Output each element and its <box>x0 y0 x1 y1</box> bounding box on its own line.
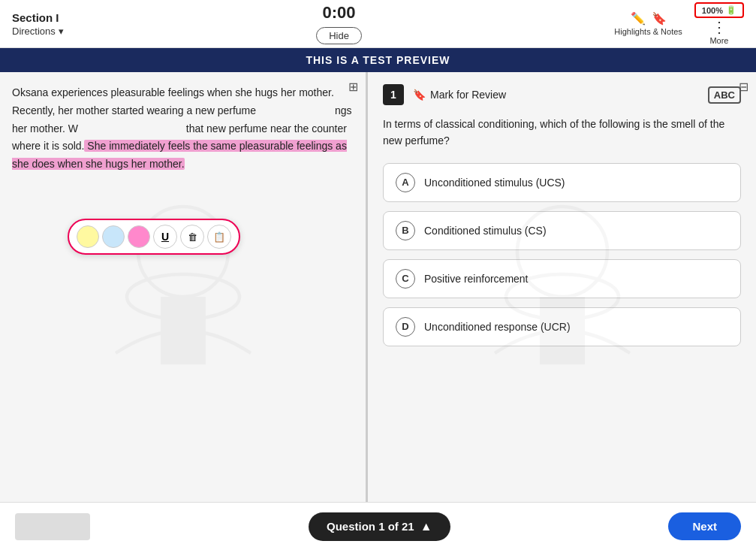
header-center: 0:00 Hide <box>316 3 362 44</box>
svg-point-2 <box>127 274 239 319</box>
chevron-up-icon: ▲ <box>420 520 432 533</box>
color-pink-button[interactable] <box>128 225 150 248</box>
battery-indicator: 100% 🔋 <box>694 2 744 18</box>
more-label: More <box>709 36 728 45</box>
header-right: ✏️ 🔖 Highlights & Notes 100% 🔋 ⋮ More <box>614 2 744 45</box>
passage-text: Oksana experiences pleasurable feelings … <box>12 84 354 174</box>
option-b-circle: B <box>396 221 415 240</box>
bookmark-icon-header: 🔖 <box>652 11 667 26</box>
color-blue-button[interactable] <box>102 225 125 248</box>
hide-button[interactable]: Hide <box>316 27 362 44</box>
directions-button[interactable]: Directions ▾ <box>12 26 64 37</box>
option-d[interactable]: D Unconditioned response (UCR) <box>383 307 741 346</box>
question-text: In terms of classical conditioning, whic… <box>383 116 741 150</box>
question-number-badge: 1 <box>383 84 404 105</box>
next-button[interactable]: Next <box>668 512 741 540</box>
delete-highlight-button[interactable]: 🗑 <box>180 225 204 249</box>
option-b-text: Conditioned stimulus (CS) <box>424 225 547 237</box>
main-content: ⊞ U 🗑 📋 Oksana experiences pleasurable f… <box>0 72 756 502</box>
directions-label: Directions <box>12 26 56 37</box>
highlights-notes-button[interactable]: ✏️ 🔖 Highlights & Notes <box>614 11 682 36</box>
option-d-circle: D <box>396 317 415 337</box>
option-c[interactable]: C Positive reinforcement <box>383 259 741 298</box>
color-yellow-button[interactable] <box>77 225 99 248</box>
chevron-down-icon: ▾ <box>59 26 64 37</box>
question-indicator-button[interactable]: Question 1 of 21 ▲ <box>309 512 450 541</box>
note-button[interactable]: 📋 <box>207 225 231 249</box>
mark-review-label: Mark for Review <box>430 89 506 101</box>
right-panel: ⊟ 1 🔖 Mark for Review ABC In terms of cl… <box>368 72 756 502</box>
header: Section I Directions ▾ 0:00 Hide ✏️ 🔖 Hi… <box>0 0 756 48</box>
footer-placeholder <box>15 513 90 540</box>
battery-percent: 100% <box>702 6 723 15</box>
option-a-circle: A <box>396 173 415 192</box>
question-header: 1 🔖 Mark for Review ABC <box>383 84 741 105</box>
abc-badge: ABC <box>708 86 741 104</box>
option-a[interactable]: A Unconditioned stimulus (UCS) <box>383 163 741 202</box>
timer-display: 0:00 <box>323 3 356 23</box>
header-left: Section I Directions ▾ <box>12 11 64 37</box>
option-d-text: Unconditioned response (UCR) <box>424 321 571 333</box>
svg-rect-1 <box>161 297 206 364</box>
preview-banner: THIS IS A TEST PREVIEW <box>0 48 756 72</box>
preview-banner-text: THIS IS A TEST PREVIEW <box>306 54 450 66</box>
bookmark-icon-question: 🔖 <box>413 89 426 101</box>
option-a-text: Unconditioned stimulus (UCS) <box>424 177 565 189</box>
expand-right-icon[interactable]: ⊟ <box>739 80 748 94</box>
option-c-circle: C <box>396 269 415 289</box>
option-c-text: Positive reinforcement <box>424 273 529 285</box>
more-dots-icon: ⋮ <box>712 20 727 35</box>
watermark <box>71 173 296 401</box>
pencil-icon: ✏️ <box>631 11 646 26</box>
option-b[interactable]: B Conditioned stimulus (CS) <box>383 211 741 250</box>
footer: Question 1 of 21 ▲ Next <box>0 502 756 550</box>
more-button[interactable]: 100% 🔋 ⋮ More <box>694 2 744 45</box>
mark-review-button[interactable]: 🔖 Mark for Review <box>413 89 699 101</box>
highlights-notes-label: Highlights & Notes <box>614 27 682 36</box>
underline-button[interactable]: U <box>153 225 177 249</box>
battery-icon: 🔋 <box>726 5 736 15</box>
section-title: Section I <box>12 11 64 24</box>
highlight-toolbar: U 🗑 📋 <box>68 219 240 255</box>
left-panel: ⊞ U 🗑 📋 Oksana experiences pleasurable f… <box>0 72 368 502</box>
question-indicator-text: Question 1 of 21 <box>327 520 414 533</box>
